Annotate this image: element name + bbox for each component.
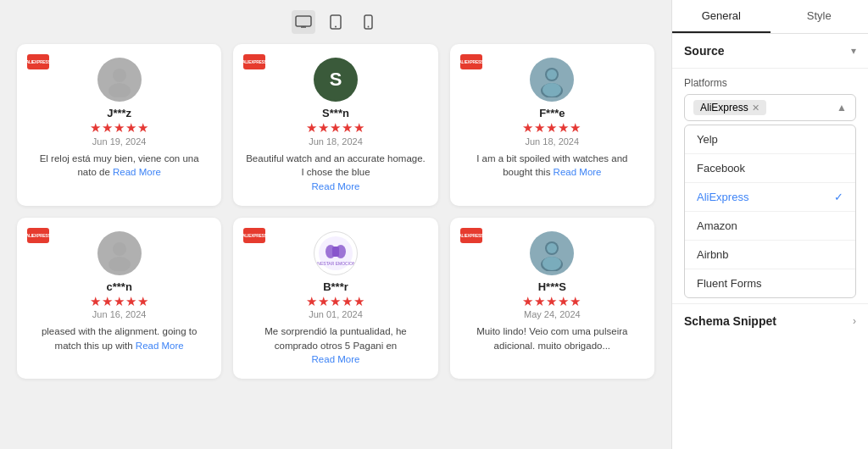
star-rating: ★★★★★ — [306, 119, 365, 136]
review-date: Jun 19, 2024 — [92, 136, 147, 147]
desktop-icon[interactable] — [292, 10, 315, 34]
avatar — [97, 58, 142, 102]
right-panel: General Style Source ▾ Platforms AliExpr… — [671, 0, 868, 449]
check-icon: ✓ — [834, 191, 843, 203]
svg-point-12 — [542, 83, 561, 97]
selected-platform-text: AliExpress — [700, 102, 748, 114]
reviewer-name: H***S — [538, 280, 566, 293]
reviews-grid: AliExpress J***z ★★★★★ Jun 19, 2024 El r… — [17, 44, 654, 379]
platform-select[interactable]: AliExpress ✕ ▲ — [684, 94, 856, 121]
chevron-right-icon: › — [853, 315, 856, 327]
reviewer-name: J***z — [107, 107, 131, 119]
svg-point-8 — [108, 83, 131, 97]
svg-point-11 — [547, 69, 557, 80]
dropdown-item-yelp[interactable]: Yelp — [685, 125, 855, 154]
review-text: pleased with the alignment. going to mat… — [29, 324, 209, 352]
review-date: Jun 01, 2024 — [309, 309, 363, 319]
review-date: Jun 18, 2024 — [526, 136, 580, 147]
avatar — [530, 58, 574, 102]
dropdown-item-facebook[interactable]: Facebook — [685, 154, 855, 183]
star-rating: ★★★★★ — [306, 293, 365, 310]
reviewer-name: B***r — [323, 280, 348, 293]
svg-point-14 — [108, 257, 131, 271]
device-toolbar — [292, 0, 380, 44]
source-section-header[interactable]: Source ▾ — [672, 34, 868, 69]
chevron-down-icon: ▾ — [851, 45, 856, 57]
star-rating: ★★★★★ — [90, 119, 149, 136]
platform-dropdown: Yelp Facebook AliExpress ✓ Amazon Airbnb… — [684, 125, 856, 298]
read-more-link[interactable]: Read More — [312, 181, 360, 191]
review-date: Jun 18, 2024 — [309, 136, 363, 147]
review-text: I am a bit spoiled with watches and boug… — [462, 152, 643, 180]
reviewer-name: F***e — [539, 107, 565, 119]
aliexpress-logo: AliExpress — [243, 54, 265, 69]
source-title: Source — [684, 44, 724, 58]
review-card: AliExpress c***n ★★★★★ Jun 16, 2024 plea… — [17, 218, 221, 380]
svg-point-6 — [367, 26, 369, 28]
dropdown-item-aliexpress[interactable]: AliExpress ✓ — [685, 183, 855, 212]
review-card: AliExpress J***z ★★★★★ Jun 19, 2024 El r… — [17, 44, 221, 206]
selected-platform-tag: AliExpress ✕ — [693, 100, 766, 115]
review-text: Muito lindo! Veio com uma pulseira adici… — [462, 324, 643, 352]
review-card: AliExpress F***e ★★★★★ Jun 18, 2024 I am… — [450, 44, 654, 206]
avatar — [97, 231, 142, 275]
dropdown-item-fluent-forms[interactable]: Fluent Forms — [685, 269, 855, 297]
star-rating: ★★★★★ — [522, 119, 581, 136]
star-rating: ★★★★★ — [522, 293, 581, 310]
mobile-icon[interactable] — [356, 10, 380, 34]
svg-rect-18 — [332, 247, 339, 257]
svg-point-4 — [335, 26, 337, 28]
read-more-link[interactable]: Read More — [113, 167, 161, 177]
review-text: Beautiful watch and an accurate homage. … — [245, 152, 426, 194]
avatar: BIENESTAR EMOCIONAL — [314, 231, 358, 275]
aliexpress-logo: AliExpress — [243, 228, 265, 243]
avatar — [530, 231, 574, 275]
svg-rect-0 — [296, 16, 311, 26]
review-card: AliExpress S S***n ★★★★★ Jun 18, 2024 Be… — [233, 44, 437, 206]
avatar: S — [314, 58, 358, 102]
tab-general[interactable]: General — [672, 0, 771, 33]
schema-snippet-title: Schema Snippet — [684, 314, 776, 328]
read-more-link[interactable]: Read More — [554, 167, 602, 177]
remove-platform-button[interactable]: ✕ — [752, 103, 760, 114]
platforms-label: Platforms — [672, 69, 868, 94]
panel-tabs: General Style — [672, 0, 868, 34]
aliexpress-logo: AliExpress — [27, 54, 49, 69]
review-date: May 24, 2024 — [524, 309, 581, 319]
review-card: AliExpress H***S ★★★★★ May 24, 2024 Muit… — [450, 218, 654, 380]
dropdown-item-airbnb[interactable]: Airbnb — [685, 241, 855, 269]
svg-point-13 — [113, 242, 126, 256]
review-text: Me sorprendió la puntualidad, he comprad… — [245, 324, 426, 367]
svg-text:BIENESTAR EMOCIONAL: BIENESTAR EMOCIONAL — [317, 261, 354, 266]
aliexpress-logo: AliExpress — [27, 228, 49, 243]
review-card: AliExpress BIENESTAR EMOCIONAL B***r ★★★… — [233, 218, 437, 380]
select-chevron-icon: ▲ — [837, 102, 847, 114]
tab-style[interactable]: Style — [771, 0, 869, 33]
reviewer-name: c***n — [106, 280, 131, 293]
aliexpress-logo: AliExpress — [460, 54, 482, 69]
svg-point-22 — [547, 243, 557, 253]
tablet-icon[interactable] — [324, 10, 348, 34]
svg-point-7 — [113, 69, 126, 82]
star-rating: ★★★★★ — [90, 293, 149, 310]
svg-point-23 — [542, 257, 561, 270]
schema-snippet-section[interactable]: Schema Snippet › — [672, 303, 868, 338]
read-more-link[interactable]: Read More — [136, 341, 184, 351]
read-more-link[interactable]: Read More — [312, 354, 360, 364]
aliexpress-logo: AliExpress — [460, 228, 482, 243]
review-text: El reloj está muy bien, viene con una na… — [29, 152, 209, 180]
dropdown-item-amazon[interactable]: Amazon — [685, 212, 855, 241]
review-date: Jun 16, 2024 — [92, 309, 147, 319]
reviewer-name: S***n — [322, 107, 349, 119]
